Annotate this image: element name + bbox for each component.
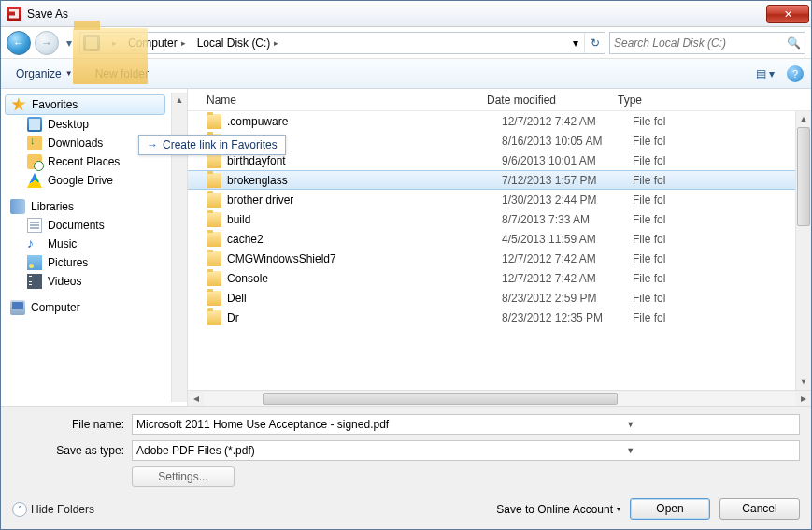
table-row[interactable]: CMGWindowsShield712/7/2012 7:42 AMFile f… [188,249,795,268]
saveastype-field[interactable]: Adobe PDF Files (*.pdf) ▼ [132,440,800,461]
scroll-up-button[interactable]: ▲ [796,111,811,127]
sidebar-item-videos[interactable]: Videos [5,272,171,291]
sidebar-item-documents[interactable]: Documents [5,216,171,235]
filename-label: File name: [12,418,124,431]
file-date: 8/7/2013 7:33 AM [502,213,633,226]
breadcrumb-computer[interactable]: Computer ▸ [122,33,192,53]
table-row[interactable]: brother driver1/30/2013 2:44 PMFile fol [188,190,795,209]
filename-field[interactable]: Microsoft 2011 Home Use Acceptance - sig… [132,414,800,435]
table-row[interactable]: Console12/7/2012 7:42 AMFile fol [188,268,795,288]
sidebar-item-favorites[interactable]: Favorites [5,94,165,115]
open-button[interactable]: Open [630,498,710,520]
file-type: File fol [633,115,689,128]
titlebar: Save As ✕ [1,1,811,27]
scroll-track[interactable] [796,127,811,374]
chevron-down-icon[interactable]: ▼ [466,446,796,455]
sidebar-item-libraries[interactable]: Libraries [5,197,171,216]
scroll-down-button[interactable]: ▼ [796,374,811,390]
folder-icon [207,251,221,266]
breadcrumb-dropdown[interactable]: ▾ [567,33,584,53]
breadcrumb[interactable]: ▸ Computer ▸ Local Disk (C:) ▸ ▾ ↻ [79,32,605,54]
recent-locations-dropdown[interactable]: ▾ [63,36,76,50]
window-title: Save As [27,7,766,21]
chevron-down-icon[interactable]: ▼ [466,420,796,429]
search-box[interactable]: 🔍 [609,32,805,54]
folder-icon [207,291,221,306]
file-type: File fol [633,154,689,167]
table-row[interactable]: cache24/5/2013 11:59 AMFile fol [188,229,795,249]
sidebar-item-recent-places[interactable]: Recent Places [5,152,171,171]
saveastype-label: Save as type: [12,444,124,457]
scroll-left-button[interactable]: ◂ [188,392,204,405]
column-header-type[interactable]: Type [618,93,674,107]
scroll-track[interactable] [204,392,795,406]
sidebar-item-label: Pictures [48,256,88,269]
breadcrumb-localdisk[interactable]: Local Disk (C:) ▸ [192,33,285,53]
file-vertical-scrollbar[interactable]: ▲ ▼ [795,111,811,390]
vid-icon [27,274,42,289]
file-name: brother driver [227,193,502,207]
arrow-right-icon: → [147,138,158,151]
file-type: File fol [633,311,689,324]
view-icon: ▤ [756,67,766,80]
star-icon [11,97,26,112]
recent-icon [27,154,42,169]
app-pdf-icon [7,7,21,21]
sidebar-item-desktop[interactable]: Desktop [5,115,171,134]
file-name: birthdayfont [227,154,502,167]
tooltip-text: Create link in Favorites [163,138,278,151]
refresh-button[interactable]: ↻ [584,33,605,53]
folder-icon [207,212,221,227]
search-icon[interactable]: 🔍 [787,36,801,50]
table-row[interactable]: .compuware12/7/2012 7:42 AMFile fol [188,111,795,131]
sidebar-item-google-drive[interactable]: Google Drive [5,171,171,190]
view-options-button[interactable]: ▤ ▾ [751,67,779,80]
table-row[interactable]: build8/7/2013 7:33 AMFile fol [188,209,795,229]
help-button[interactable]: ? [787,65,804,82]
column-header-date[interactable]: Date modified [487,93,618,107]
sidebar-item-pictures[interactable]: Pictures [5,253,171,272]
sidebar-item-label: Music [48,237,77,251]
close-button[interactable]: ✕ [766,5,809,23]
folder-icon [207,310,221,325]
new-folder-button[interactable]: New folder [88,65,156,82]
breadcrumb-label: Local Disk (C:) [197,36,271,50]
file-name: Dell [227,292,502,305]
cancel-button[interactable]: Cancel [719,498,800,520]
scroll-thumb[interactable] [797,127,810,226]
organize-menu[interactable]: Organize ▼ [8,65,80,82]
forward-button[interactable]: → [35,31,59,55]
folder-icon [207,232,221,247]
organize-label: Organize [16,67,62,80]
table-row[interactable]: Dell8/23/2012 2:59 PMFile fol [188,288,795,308]
column-header-name[interactable]: Name [207,93,487,107]
action-row: ˄ Hide Folders Save to Online Account ▾ … [12,493,800,520]
save-online-account-menu[interactable]: Save to Online Account ▾ [496,503,620,516]
search-input[interactable] [614,36,787,50]
chevron-up-icon: ˄ [12,502,27,517]
file-date: 12/7/2012 7:42 AM [502,115,633,128]
table-row[interactable]: Dr8/23/2012 12:35 PMFile fol [188,308,795,327]
table-row[interactable]: brokenglass7/12/2013 1:57 PMFile fol [188,170,795,190]
sidebar-item-computer[interactable]: Computer [5,298,171,317]
computer-group: Computer [5,298,171,317]
libraries-icon [10,199,25,214]
sidebar-item-music[interactable]: ♪Music [5,235,171,253]
music-icon: ♪ [27,236,42,251]
file-date: 4/5/2013 11:59 AM [502,233,633,246]
settings-button[interactable]: Settings... [132,466,235,487]
hide-folders-button[interactable]: ˄ Hide Folders [12,502,94,517]
breadcrumb-root-chevron[interactable]: ▸ [103,33,122,53]
scroll-right-button[interactable]: ▸ [795,392,811,405]
file-type: File fol [633,252,689,265]
file-horizontal-scrollbar[interactable]: ◂ ▸ [188,390,811,406]
save-as-dialog: Save As ✕ ← → ▾ ▸ Computer ▸ Local Disk … [0,0,812,530]
scroll-thumb[interactable] [263,393,618,405]
sidebar-item-label: Desktop [48,118,89,131]
scroll-up-button[interactable]: ▲ [172,93,187,108]
settings-row: Settings... [12,466,800,487]
back-button[interactable]: ← [7,31,31,55]
chevron-down-icon: ▾ [769,67,775,80]
file-name: Dr [227,311,502,324]
computer-icon [83,35,100,51]
